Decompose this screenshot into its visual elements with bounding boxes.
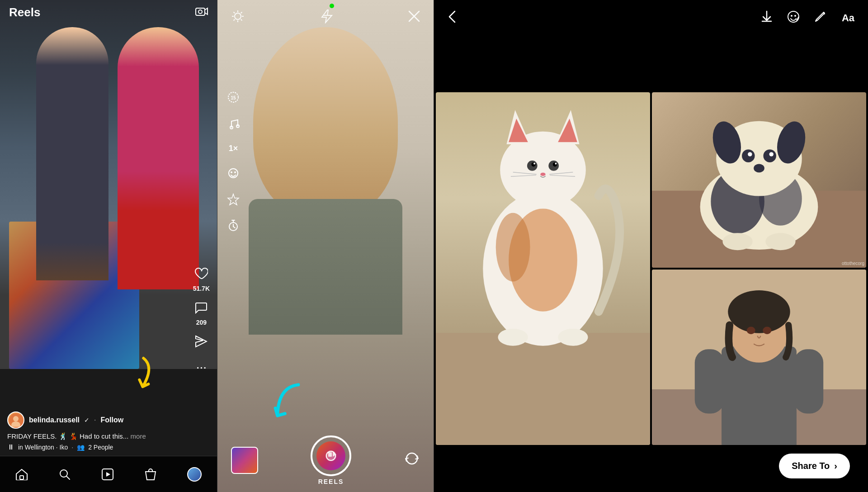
comment-icon [195,301,208,317]
toolbar-right: Aa [760,9,854,27]
heart-icon [194,267,208,283]
enhance-control[interactable] [226,193,240,206]
svg-rect-0 [196,8,205,15]
gallery-item-cat[interactable] [436,92,650,445]
svg-line-14 [241,19,242,21]
green-status-dot [330,4,334,8]
nav-home[interactable] [15,468,28,480]
svg-point-47 [533,163,535,165]
share-to-button[interactable]: Share To › [779,454,850,478]
like-action[interactable]: 51.7K [193,267,210,292]
sticker-icon[interactable] [787,10,800,27]
speed-control[interactable]: 1× [226,144,240,153]
svg-point-63 [742,149,755,162]
svg-rect-29 [328,452,332,457]
user-info-row: belinda.russell ✓ · Follow [7,412,183,429]
reels-top-bar: Reels [0,0,217,25]
camera-icon[interactable] [195,6,208,19]
person-right-silhouette [118,27,199,289]
gallery-item-dog[interactable]: ottothecorg [652,92,866,268]
svg-point-3 [13,416,19,421]
like-count: 51.7K [193,285,210,292]
svg-point-55 [558,329,588,346]
record-button[interactable] [311,435,351,476]
share-chevron-icon: › [834,461,837,471]
svg-point-32 [791,15,793,17]
separator: · [94,416,96,424]
people-icon: 👥 [77,444,85,451]
nav-profile[interactable] [187,467,202,482]
download-icon[interactable] [760,9,773,27]
svg-point-33 [794,15,796,17]
svg-point-48 [555,163,557,165]
svg-point-69 [765,233,795,250]
comment-count: 209 [196,319,207,326]
svg-rect-78 [794,349,823,413]
draw-icon[interactable] [814,10,828,26]
reels-feed-panel: Reels 51.7K 209 [0,0,217,492]
close-icon[interactable] [408,10,420,25]
torso [249,199,402,335]
svg-text:15: 15 [231,95,236,100]
gallery-attribution-dog: ottothecorg [842,261,864,266]
brightness-icon[interactable] [231,9,245,26]
svg-point-66 [769,152,774,156]
location-row: ⏸ in Wellington · Iko · 👥 2 People [7,443,183,451]
nav-shop[interactable] [145,468,156,481]
svg-point-49 [540,173,545,176]
nav-search[interactable] [59,468,71,480]
more-action[interactable]: ··· [196,360,207,374]
gallery-thumbnail[interactable] [231,447,258,474]
follow-button[interactable]: Follow [101,416,124,424]
svg-point-45 [531,162,535,166]
svg-point-25 [231,171,232,173]
svg-line-16 [234,19,235,21]
verified-badge: ✓ [84,416,90,424]
more-link[interactable]: more [131,432,146,440]
svg-point-26 [234,171,236,173]
timer-countdown-control[interactable] [226,219,240,232]
people-count: 2 People [88,444,113,451]
record-button-inner [316,441,345,470]
comment-action[interactable]: 209 [195,301,208,326]
svg-point-65 [748,152,752,156]
svg-rect-34 [436,333,650,445]
svg-line-15 [241,12,242,14]
svg-line-13 [234,12,235,14]
svg-point-68 [722,233,752,250]
svg-point-37 [496,213,530,282]
camera-panel: 15 1× [217,0,434,492]
user-avatar [7,412,24,429]
gallery-item-person[interactable] [652,270,866,445]
svg-point-67 [754,164,764,172]
timer-control[interactable]: 15 [226,90,240,104]
svg-point-76 [763,326,771,334]
reels-mode-label: REELS [318,478,344,485]
svg-rect-5 [20,476,24,479]
text-icon[interactable]: Aa [842,12,854,24]
username-label: belinda.russell [29,416,80,424]
camera-preview-person [240,27,411,344]
more-dots-icon: ··· [196,360,207,374]
camera-bottom-bar: REELS [217,429,434,492]
flip-camera-button[interactable] [404,450,420,470]
pause-icon: ⏸ [7,443,14,451]
gallery-panel: Aa [434,0,868,492]
music-control[interactable] [226,118,240,130]
svg-point-74 [728,290,790,333]
effects-control[interactable] [226,167,240,180]
camera-left-controls: 15 1× [226,90,240,232]
flash-icon[interactable] [320,9,333,27]
video-actions: 51.7K 209 ··· [193,267,210,374]
svg-point-54 [498,329,528,346]
bottom-navigation [0,456,217,492]
person-left-silhouette [36,27,108,280]
face [253,27,398,217]
gallery-toolbar: Aa [434,0,868,36]
nav-reels[interactable] [101,468,114,481]
svg-point-8 [235,13,241,19]
share-to-label: Share To [792,461,830,471]
back-button[interactable] [448,9,457,27]
svg-point-46 [553,162,557,166]
share-action[interactable] [195,335,208,351]
